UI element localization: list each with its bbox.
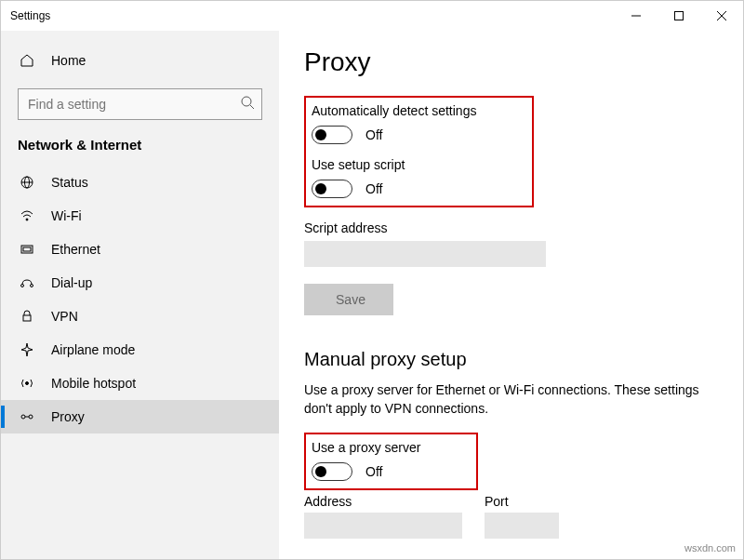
sidebar-item-dialup[interactable]: Dial-up [1, 266, 279, 300]
address-input[interactable] [304, 513, 462, 539]
manual-section-title: Manual proxy setup [304, 349, 719, 370]
use-proxy-label: Use a proxy server [312, 440, 420, 455]
page-title: Proxy [304, 47, 719, 77]
svg-point-9 [26, 219, 28, 220]
sidebar-item-wifi[interactable]: Wi-Fi [1, 199, 279, 233]
svg-point-17 [29, 415, 33, 419]
auto-detect-toggle[interactable] [312, 126, 352, 144]
svg-line-5 [250, 105, 254, 109]
sidebar-item-label: Dial-up [51, 275, 92, 290]
svg-rect-1 [675, 11, 684, 20]
port-input[interactable] [485, 513, 559, 539]
manual-desc: Use a proxy server for Ethernet or Wi-Fi… [304, 381, 704, 418]
svg-rect-14 [23, 315, 31, 321]
sidebar-item-label: Airplane mode [51, 342, 135, 357]
search-wrap [18, 88, 262, 120]
port-label: Port [485, 494, 559, 509]
sidebar-item-label: Mobile hotspot [51, 376, 136, 391]
auto-detect-state: Off [365, 127, 382, 142]
search-input[interactable] [18, 88, 262, 120]
sidebar-item-airplane[interactable]: Airplane mode [1, 333, 279, 367]
sidebar-item-label: VPN [51, 309, 78, 324]
main-content: Proxy Automatically detect settings Off … [280, 31, 743, 559]
use-proxy-toggle[interactable] [312, 462, 352, 481]
window-title: Settings [10, 9, 50, 22]
sidebar-item-proxy[interactable]: Proxy [1, 400, 279, 433]
hotspot-icon [18, 376, 36, 391]
address-label: Address [304, 494, 462, 509]
watermark: wsxdn.com [684, 542, 736, 553]
script-address-label: Script address [304, 220, 719, 235]
svg-point-13 [31, 285, 33, 287]
sidebar: Home Network & Internet Status Wi-Fi [1, 31, 280, 559]
home-label: Home [51, 53, 86, 68]
vpn-icon [18, 309, 36, 324]
auto-highlight-box: Automatically detect settings Off Use se… [304, 96, 534, 207]
svg-point-4 [242, 97, 251, 106]
sidebar-item-label: Wi-Fi [51, 208, 82, 223]
maximize-button[interactable] [658, 1, 700, 31]
settings-window: Settings Home Ne [0, 0, 744, 560]
svg-point-16 [21, 415, 25, 419]
svg-rect-11 [23, 247, 31, 251]
manual-highlight-box: Use a proxy server Off [304, 433, 478, 490]
dialup-icon [18, 275, 36, 290]
wifi-icon [18, 208, 36, 223]
setup-script-toggle[interactable] [312, 180, 352, 198]
svg-point-15 [26, 382, 29, 385]
setup-script-label: Use setup script [312, 157, 476, 172]
home-nav[interactable]: Home [1, 46, 279, 75]
proxy-icon [18, 409, 36, 424]
minimize-button[interactable] [615, 1, 658, 31]
svg-point-12 [21, 285, 24, 287]
save-button[interactable]: Save [304, 284, 393, 315]
sidebar-item-label: Proxy [51, 409, 85, 424]
sidebar-item-label: Ethernet [51, 242, 100, 257]
setup-script-state: Off [365, 181, 382, 196]
sidebar-item-ethernet[interactable]: Ethernet [1, 233, 279, 266]
category-title: Network & Internet [1, 137, 279, 166]
sidebar-item-vpn[interactable]: VPN [1, 300, 279, 333]
sidebar-item-label: Status [51, 175, 88, 190]
close-button[interactable] [700, 1, 743, 31]
script-address-input[interactable] [304, 241, 546, 267]
auto-detect-label: Automatically detect settings [312, 103, 476, 118]
globe-icon [18, 175, 36, 190]
titlebar: Settings [1, 1, 743, 31]
search-icon [240, 95, 255, 113]
home-icon [18, 53, 36, 68]
sidebar-item-status[interactable]: Status [1, 166, 279, 199]
use-proxy-state: Off [365, 464, 382, 479]
ethernet-icon [18, 242, 36, 257]
sidebar-item-hotspot[interactable]: Mobile hotspot [1, 367, 279, 400]
airplane-icon [18, 342, 36, 357]
